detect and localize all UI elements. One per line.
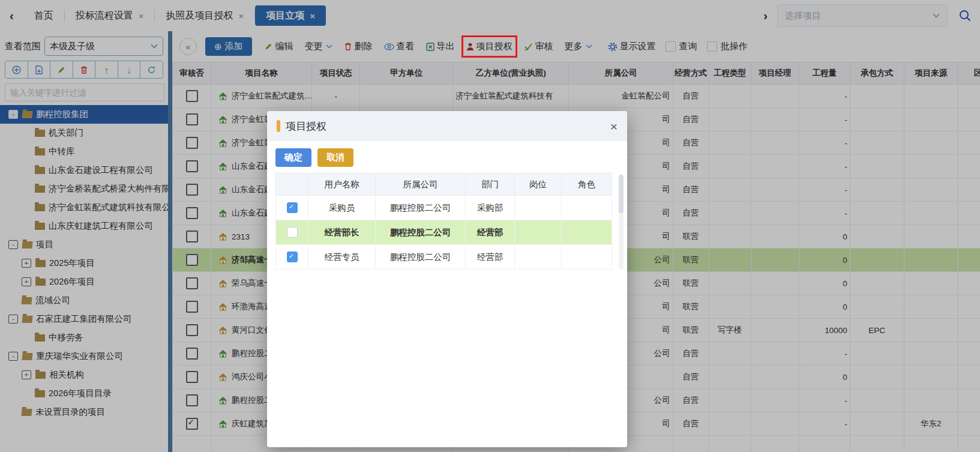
select-cell	[276, 196, 308, 220]
select-cell	[276, 245, 308, 270]
user-name-cell: 经营专员	[308, 245, 376, 270]
user-dept-cell: 采购部	[466, 196, 515, 220]
select-column-header	[276, 173, 308, 196]
modal-column-header-所属公司: 所属公司	[376, 173, 466, 196]
user-checkbox[interactable]	[287, 252, 298, 262]
user-post-cell	[515, 220, 562, 245]
annotation-highlight-box	[461, 35, 517, 58]
user-name-cell: 采购员	[308, 196, 376, 220]
user-checkbox[interactable]	[287, 227, 298, 238]
user-company-cell: 鹏程控股二公司	[376, 196, 466, 220]
user-company-cell: 鹏程控股二公司	[376, 220, 466, 245]
project-authorize-button[interactable]: 项目授权	[466, 41, 513, 52]
user-post-cell	[515, 245, 562, 270]
user-role-cell	[562, 220, 612, 245]
dialog-header: 项目授权 ×	[267, 111, 627, 141]
user-dept-cell: 经营部	[466, 220, 515, 245]
user-dept-cell: 经营部	[466, 245, 515, 270]
scrollbar-thumb[interactable]	[619, 175, 624, 213]
cancel-button[interactable]: 取消	[317, 148, 353, 167]
user-row[interactable]: 采购员鹏程控股二公司采购部	[276, 196, 612, 220]
dialog-title: 项目授权	[286, 119, 326, 133]
confirm-button[interactable]: 确定	[275, 148, 311, 167]
user-name-cell: 经营部长	[308, 220, 376, 245]
user-post-cell	[515, 196, 562, 220]
user-row[interactable]: 经营专员鹏程控股二公司经营部	[276, 245, 612, 270]
modal-column-header-岗位: 岗位	[515, 173, 562, 196]
close-icon[interactable]: ×	[610, 120, 618, 133]
scrollbar[interactable]	[619, 175, 624, 270]
user-role-cell	[562, 245, 612, 270]
modal-column-header-用户名称: 用户名称	[308, 173, 376, 196]
modal-column-header-角色: 角色	[562, 173, 612, 196]
user-role-cell	[562, 196, 612, 220]
user-row[interactable]: 经营部长鹏程控股二公司经营部	[276, 220, 612, 245]
modal-column-header-部门: 部门	[466, 173, 515, 196]
title-accent-bar	[277, 120, 280, 132]
user-company-cell: 鹏程控股二公司	[376, 245, 466, 270]
select-cell	[276, 220, 308, 245]
user-checkbox[interactable]	[287, 202, 298, 213]
dialog-body: 确定 取消 用户名称所属公司部门岗位角色采购员鹏程控股二公司采购部经营部长鹏程控…	[267, 141, 627, 447]
project-authorize-dialog: 项目授权 × 确定 取消 用户名称所属公司部门岗位角色采购员鹏程控股二公司采购部…	[267, 111, 627, 447]
